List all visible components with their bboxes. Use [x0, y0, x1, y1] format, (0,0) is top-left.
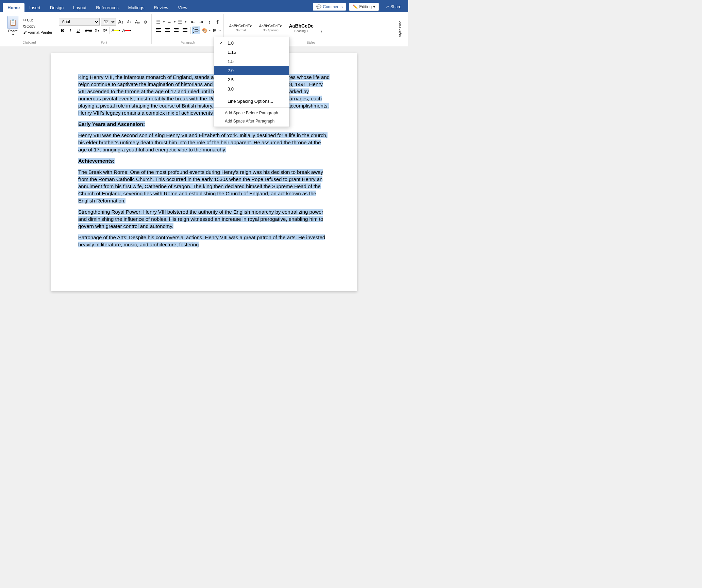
spacing-1-0-item[interactable]: ✓ 1.0	[214, 38, 289, 48]
align-center-button[interactable]	[163, 27, 171, 34]
font-group: Arial 12 A↑ A↓ Aₐ ⊘ B I U abc X₂ X	[57, 14, 152, 44]
spacing-1-5-item[interactable]: 1.5	[214, 57, 289, 66]
svg-rect-0	[156, 28, 161, 29]
clear-format-button[interactable]: ⊘	[142, 18, 149, 26]
paragraph-4-text: Achievements:	[78, 158, 115, 164]
copy-icon: ⧉	[23, 24, 26, 29]
comments-button[interactable]: 💬 Comments	[313, 3, 346, 11]
sort-button[interactable]: ↕	[206, 18, 213, 26]
decrease-indent-button[interactable]: ⇤	[189, 18, 197, 26]
styles-pane-button[interactable]: Styles Pane	[397, 16, 403, 43]
line-spacing-options-item[interactable]: Line Spacing Options...	[214, 97, 289, 106]
grow-font-button[interactable]: A↑	[117, 18, 125, 26]
svg-rect-12	[195, 28, 198, 28]
chevron-down-icon: ▾	[198, 29, 200, 32]
editing-button[interactable]: ✏️ Editing ▾	[349, 3, 379, 11]
justify-button[interactable]	[181, 27, 189, 34]
svg-rect-10	[183, 30, 187, 30]
tab-references[interactable]: References	[91, 3, 123, 12]
tab-design[interactable]: Design	[45, 3, 68, 12]
chevron-down-icon: ▾	[209, 29, 211, 32]
paragraph-3[interactable]: Henry VIII was the second son of King He…	[78, 132, 330, 153]
align-left-button[interactable]	[154, 27, 163, 34]
tab-view[interactable]: View	[173, 3, 192, 12]
paragraph-5[interactable]: The Break with Rome: One of the most pro…	[78, 168, 330, 204]
chevron-down-icon: ▾	[174, 20, 176, 23]
spacing-3-0-item[interactable]: 3.0	[214, 84, 289, 94]
shrink-font-button[interactable]: A↓	[126, 18, 133, 26]
paragraph-3-text: Henry VIII was the second son of King He…	[78, 132, 328, 152]
svg-rect-9	[183, 28, 187, 29]
align-right-button[interactable]	[172, 27, 180, 34]
styles-pane-label: Styles Pane	[398, 21, 402, 37]
tab-home[interactable]: Home	[3, 3, 24, 12]
tab-mailings[interactable]: Mailings	[123, 3, 149, 12]
paragraph-7[interactable]: Patronage of the Arts: Despite his contr…	[78, 234, 330, 248]
svg-rect-11	[183, 31, 187, 32]
change-case-button[interactable]: Aₐ	[134, 18, 141, 26]
copy-button[interactable]: ⧉ Copy	[22, 23, 54, 29]
style-heading1-preview: AaBbCcDc	[289, 23, 314, 29]
font-size-select[interactable]: 12	[101, 18, 116, 26]
style-normal-button[interactable]: AaBbCcDdEe Normal	[227, 16, 255, 39]
multilevel-list-button[interactable]: ☰	[176, 18, 184, 26]
style-normal-preview: AaBbCcDdEe	[229, 24, 252, 28]
subscript-button[interactable]: X₂	[93, 27, 101, 34]
clipboard-group: 📋 Paste ▾ ✂ Cut ⧉ Copy 🖌 Format Painter	[3, 14, 56, 44]
add-space-before-item[interactable]: Add Space Before Paragraph	[214, 109, 289, 117]
paragraph-7-text: Patronage of the Arts: Despite his contr…	[78, 234, 325, 247]
svg-rect-5	[165, 31, 170, 32]
paragraph-6-text: Strengthening Royal Power: Henry VIII bo…	[78, 209, 323, 229]
tab-review[interactable]: Review	[149, 3, 173, 12]
line-spacing-button[interactable]: ▾	[192, 27, 200, 34]
svg-rect-8	[174, 31, 179, 32]
font-color-button[interactable]: A ▾	[121, 27, 132, 34]
font-name-select[interactable]: Arial	[59, 18, 100, 26]
paragraph-2[interactable]: Early Years and Ascension:	[78, 120, 330, 128]
text-highlight-button[interactable]: A ▾	[111, 27, 121, 34]
format-painter-button[interactable]: 🖌 Format Painter	[22, 30, 54, 35]
add-space-after-item[interactable]: Add Space After Paragraph	[214, 117, 289, 125]
menu-divider-2	[214, 107, 289, 108]
svg-rect-6	[174, 28, 179, 29]
chevron-down-icon: ▾	[130, 29, 131, 32]
strikethrough-button[interactable]: abc	[84, 27, 93, 34]
cut-button[interactable]: ✂ Cut	[22, 17, 54, 23]
style-normal-name: Normal	[236, 29, 246, 32]
chevron-down-icon: ▾	[119, 29, 120, 32]
share-button[interactable]: ↗ Share	[382, 3, 405, 11]
svg-rect-13	[195, 29, 198, 30]
document-page[interactable]: King Henry VIII, the infamous monarch of…	[51, 53, 357, 291]
paragraph-group: ☰ ▾ ≡ ▾ ☰ ▾ ⇤ ⇥ ↕ ¶	[152, 14, 224, 44]
edit-icon: ✏️	[353, 4, 358, 9]
svg-rect-2	[156, 31, 161, 32]
paragraph-4[interactable]: Achievements:	[78, 157, 330, 164]
spacing-2-0-item[interactable]: 2.0	[214, 66, 289, 75]
show-hide-button[interactable]: ¶	[214, 18, 221, 26]
share-icon: ↗	[386, 4, 389, 9]
underline-button[interactable]: U	[74, 27, 82, 34]
paste-button[interactable]: 📋 Paste ▾	[5, 15, 21, 38]
document-area: King Henry VIII, the infamous monarch of…	[0, 46, 408, 294]
svg-rect-3	[165, 28, 170, 29]
spacing-2-5-item[interactable]: 2.5	[214, 75, 289, 84]
tab-layout[interactable]: Layout	[68, 3, 91, 12]
style-no-spacing-button[interactable]: AaBbCcDdEe No Spacing	[256, 16, 285, 39]
style-heading1-name: Heading 1	[294, 29, 308, 33]
bold-button[interactable]: B	[59, 27, 66, 34]
paragraph-1[interactable]: King Henry VIII, the infamous monarch of…	[78, 74, 330, 116]
style-heading1-button[interactable]: AaBbCcDc Heading 1	[286, 16, 316, 39]
svg-marker-16	[193, 32, 194, 33]
spacing-1-15-item[interactable]: 1.15	[214, 48, 289, 57]
shading-button[interactable]: 🎨	[201, 27, 208, 34]
bullets-button[interactable]: ☰	[154, 18, 163, 26]
increase-indent-button[interactable]: ⇥	[198, 18, 205, 26]
superscript-button[interactable]: X²	[101, 27, 108, 34]
italic-button[interactable]: I	[67, 27, 74, 34]
borders-button[interactable]: ⊞	[211, 27, 219, 34]
paragraph-6[interactable]: Strengthening Royal Power: Henry VIII bo…	[78, 208, 330, 230]
styles-expand-button[interactable]: ›	[318, 28, 325, 35]
numbered-list-button[interactable]: ≡	[165, 18, 173, 26]
tab-insert[interactable]: Insert	[24, 3, 45, 12]
svg-rect-1	[156, 30, 160, 30]
